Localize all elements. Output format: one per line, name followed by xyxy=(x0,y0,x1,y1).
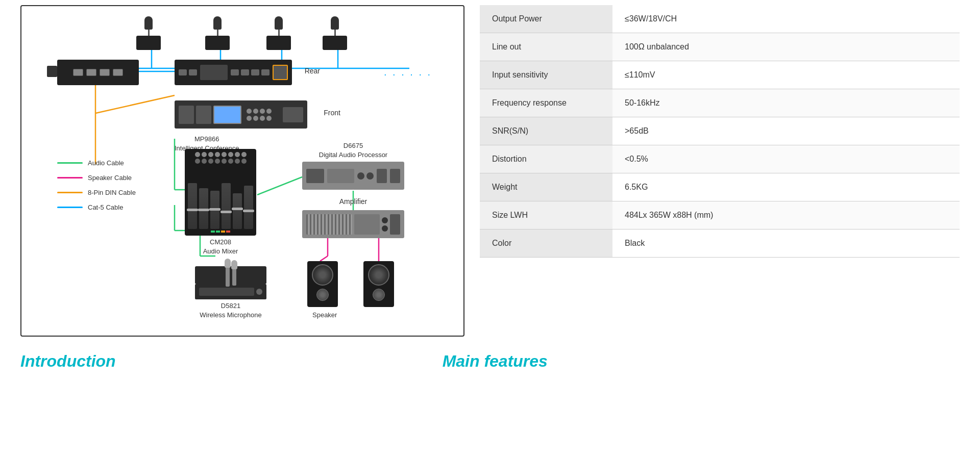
cm208-mixer: CM208 Audio Mixer xyxy=(185,149,256,236)
svg-line-12 xyxy=(257,177,302,195)
spec-param: Color xyxy=(480,230,612,258)
svg-line-7 xyxy=(95,95,175,113)
din-cable-line xyxy=(57,192,83,193)
front-label: Front xyxy=(324,109,340,117)
spec-row: Weight 6.5KG xyxy=(480,173,960,201)
mic-unit-3 xyxy=(266,16,291,50)
specs-table: Output Power ≤36W/18V/CH Line out 100Ω u… xyxy=(480,5,960,258)
audio-cable-line xyxy=(57,162,83,164)
spec-value: >65dB xyxy=(612,117,960,145)
din-cable-label: 8-Pin DIN Cable xyxy=(88,189,136,196)
mic-unit-4 xyxy=(323,16,347,50)
amplifier-unit: Amplifier xyxy=(302,210,404,238)
spec-value: <0.5% xyxy=(612,145,960,173)
d6675-dap: D6675 Digital Audio Processor xyxy=(302,162,404,190)
spec-row: Input sensitivity ≤110mV xyxy=(480,61,960,89)
diagram-content: · · · · · · xyxy=(27,11,458,327)
audio-cable-label: Audio Cable xyxy=(88,159,124,167)
cm208-label: CM208 Audio Mixer xyxy=(185,238,256,256)
spec-param: Input sensitivity xyxy=(480,61,612,89)
spec-value: 484Lx 365W x88H (mm) xyxy=(612,201,960,230)
mic-unit-2 xyxy=(205,16,230,50)
spec-row: Size LWH 484Lx 365W x88H (mm) xyxy=(480,201,960,230)
speaker-cable-line xyxy=(57,177,83,178)
main-container: · · · · · · xyxy=(0,0,980,342)
speaker-label: Speaker xyxy=(312,311,337,319)
spec-param: Output Power xyxy=(480,5,612,33)
introduction-heading: Introduction xyxy=(20,352,116,371)
front-unit: Front xyxy=(175,100,307,129)
d5821-label: D5821 Wireless Microphone xyxy=(195,301,266,320)
cat5-cable-line xyxy=(57,207,83,208)
spec-param: Frequency response xyxy=(480,89,612,117)
spec-value: 50-16kHz xyxy=(612,89,960,117)
spec-row: Frequency response 50-16kHz xyxy=(480,89,960,117)
d6675-label: D6675 Digital Audio Processor xyxy=(302,141,404,160)
amplifier-label: Amplifier xyxy=(339,197,367,206)
cat5-cable-label: Cat-5 Cable xyxy=(88,203,123,211)
diagram-panel: · · · · · · xyxy=(20,5,464,337)
spec-row: Distortion <0.5% xyxy=(480,145,960,173)
svg-line-15 xyxy=(320,256,328,261)
spec-param: Line out xyxy=(480,33,612,61)
legend-speaker-cable: Speaker Cable xyxy=(57,174,136,182)
spec-param: Size LWH xyxy=(480,201,612,230)
spec-value: 100Ω unbalanced xyxy=(612,33,960,61)
spec-row: SNR(S/N) >65dB xyxy=(480,117,960,145)
main-features-heading: Main features xyxy=(443,352,548,371)
spec-value: ≤110mV xyxy=(612,61,960,89)
continuation-dots: · · · · · · xyxy=(384,68,432,80)
spec-row: Line out 100Ω unbalanced xyxy=(480,33,960,61)
d5821-wireless: D5821 Wireless Microphone xyxy=(195,256,266,299)
legend-din-cable: 8-Pin DIN Cable xyxy=(57,189,136,196)
speaker-cable-label: Speaker Cable xyxy=(88,174,132,182)
specs-panel: Output Power ≤36W/18V/CH Line out 100Ω u… xyxy=(480,5,960,258)
speaker-right xyxy=(363,261,394,307)
speaker-left xyxy=(307,261,338,307)
spec-value: Black xyxy=(612,230,960,258)
mic-unit-1 xyxy=(136,16,161,50)
spec-param: SNR(S/N) xyxy=(480,117,612,145)
hub-unit xyxy=(57,60,139,85)
spec-param: Weight xyxy=(480,173,612,201)
bottom-section: Introduction Main features xyxy=(0,342,980,381)
rear-unit: Rear xyxy=(175,60,292,85)
legend-audio-cable: Audio Cable xyxy=(57,159,136,167)
spec-value: 6.5KG xyxy=(612,173,960,201)
spec-row: Color Black xyxy=(480,230,960,258)
legend: Audio Cable Speaker Cable 8-Pin DIN Cabl… xyxy=(57,159,136,218)
rear-label: Rear xyxy=(305,67,320,75)
spec-row: Output Power ≤36W/18V/CH xyxy=(480,5,960,33)
spec-value: ≤36W/18V/CH xyxy=(612,5,960,33)
legend-cat5-cable: Cat-5 Cable xyxy=(57,203,136,211)
spec-param: Distortion xyxy=(480,145,612,173)
